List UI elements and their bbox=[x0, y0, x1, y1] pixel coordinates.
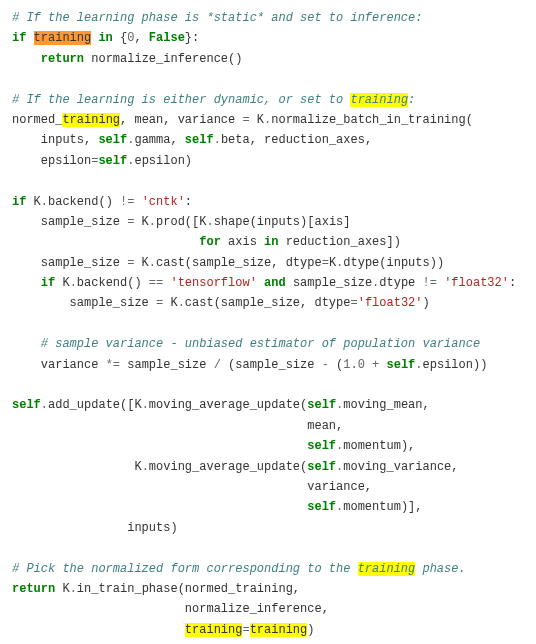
line-6: inputs, self.gamma, self.beta, reduction… bbox=[12, 130, 524, 150]
line-2: if training in {0, False}: bbox=[12, 28, 524, 48]
line-18: K.moving_average_update(self.moving_vari… bbox=[12, 457, 524, 477]
blank-4 bbox=[12, 375, 524, 395]
line-14: variance *= sample_size / (sample_size -… bbox=[12, 355, 524, 375]
hl-training-2: training bbox=[350, 93, 408, 107]
hl-training-3: training bbox=[62, 113, 120, 127]
line-1: # If the learning phase is *static* and … bbox=[12, 8, 524, 28]
comment-3: # sample variance - unbiased estimator o… bbox=[12, 337, 480, 351]
code-block: # If the learning phase is *static* and … bbox=[12, 8, 524, 640]
line-9: sample_size = K.prod([K.shape(inputs)[ax… bbox=[12, 212, 524, 232]
comment-1: # If the learning phase is *static* and … bbox=[12, 11, 422, 25]
comment-4: # Pick the normalized form corresponding… bbox=[12, 562, 466, 576]
hl-training-5: training bbox=[185, 623, 243, 637]
blank-1 bbox=[12, 69, 524, 89]
line-22: return K.in_train_phase(normed_training, bbox=[12, 579, 524, 599]
line-c4: # Pick the normalized form corresponding… bbox=[12, 559, 524, 579]
line-19: variance, bbox=[12, 477, 524, 497]
line-23: normalize_inference, bbox=[12, 599, 524, 619]
line-13: sample_size = K.cast(sample_size, dtype=… bbox=[12, 293, 524, 313]
blank-5 bbox=[12, 538, 524, 558]
blank-3 bbox=[12, 314, 524, 334]
line-24: training=training) bbox=[12, 620, 524, 640]
hl-training-1: training bbox=[34, 31, 92, 45]
line-10: for axis in reduction_axes]) bbox=[12, 232, 524, 252]
line-11: sample_size = K.cast(sample_size, dtype=… bbox=[12, 253, 524, 273]
line-15: self.add_update([K.moving_average_update… bbox=[12, 395, 524, 415]
line-17: self.momentum), bbox=[12, 436, 524, 456]
blank-2 bbox=[12, 171, 524, 191]
line-8: if K.backend() != 'cntk': bbox=[12, 192, 524, 212]
line-12: if K.backend() == 'tensorflow' and sampl… bbox=[12, 273, 524, 293]
line-20: self.momentum)], bbox=[12, 497, 524, 517]
line-7: epsilon=self.epsilon) bbox=[12, 151, 524, 171]
hl-training-6: training bbox=[250, 623, 308, 637]
hl-training-4: training bbox=[358, 562, 416, 576]
line-21: inputs) bbox=[12, 518, 524, 538]
line-c3: # sample variance - unbiased estimator o… bbox=[12, 334, 524, 354]
line-3: return normalize_inference() bbox=[12, 49, 524, 69]
line-5: normed_training, mean, variance = K.norm… bbox=[12, 110, 524, 130]
line-16: mean, bbox=[12, 416, 524, 436]
comment-2: # If the learning is either dynamic, or … bbox=[12, 93, 415, 107]
line-4: # If the learning is either dynamic, or … bbox=[12, 90, 524, 110]
